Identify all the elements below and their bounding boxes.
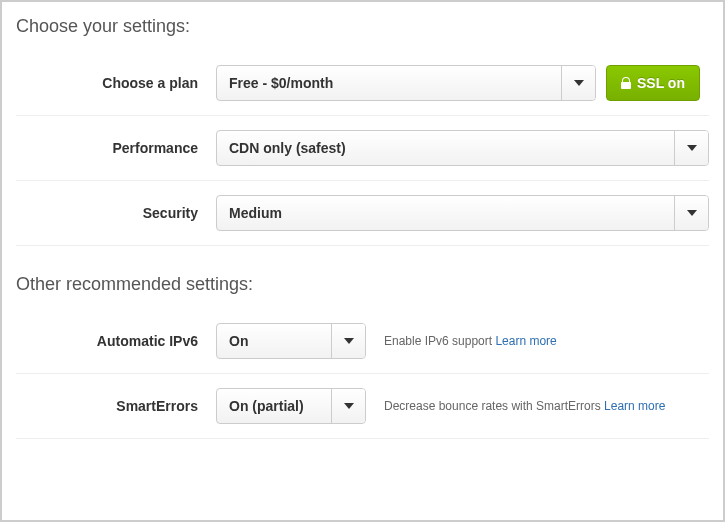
ipv6-select-value: On	[217, 324, 331, 358]
ipv6-help: Enable IPv6 support Learn more	[384, 334, 557, 348]
chevron-down-icon	[561, 66, 595, 100]
plan-select-value: Free - $0/month	[217, 66, 561, 100]
label-plan: Choose a plan	[16, 75, 216, 91]
chevron-down-icon	[674, 196, 708, 230]
smarterrors-learn-more-link[interactable]: Learn more	[604, 399, 665, 413]
ssl-button[interactable]: SSL on	[606, 65, 700, 101]
label-ipv6: Automatic IPv6	[16, 333, 216, 349]
row-ipv6: Automatic IPv6 On Enable IPv6 support Le…	[16, 309, 709, 374]
performance-select[interactable]: CDN only (safest)	[216, 130, 709, 166]
row-security: Security Medium	[16, 181, 709, 246]
security-select[interactable]: Medium	[216, 195, 709, 231]
label-performance: Performance	[16, 140, 216, 156]
row-performance: Performance CDN only (safest)	[16, 116, 709, 181]
lock-icon	[621, 77, 631, 89]
smarterrors-select-value: On (partial)	[217, 389, 331, 423]
performance-select-value: CDN only (safest)	[217, 131, 674, 165]
chevron-down-icon	[674, 131, 708, 165]
chevron-down-icon	[331, 389, 365, 423]
security-select-value: Medium	[217, 196, 674, 230]
chevron-down-icon	[331, 324, 365, 358]
label-security: Security	[16, 205, 216, 221]
section-title-main: Choose your settings:	[16, 16, 709, 37]
label-smarterrors: SmartErrors	[16, 398, 216, 414]
row-smarterrors: SmartErrors On (partial) Decrease bounce…	[16, 374, 709, 439]
ipv6-select[interactable]: On	[216, 323, 366, 359]
smarterrors-select[interactable]: On (partial)	[216, 388, 366, 424]
plan-select[interactable]: Free - $0/month	[216, 65, 596, 101]
ipv6-learn-more-link[interactable]: Learn more	[495, 334, 556, 348]
smarterrors-help: Decrease bounce rates with SmartErrors L…	[384, 399, 665, 413]
section-title-other: Other recommended settings:	[16, 274, 709, 295]
ssl-button-label: SSL on	[637, 75, 685, 91]
row-plan: Choose a plan Free - $0/month SSL on	[16, 51, 709, 116]
